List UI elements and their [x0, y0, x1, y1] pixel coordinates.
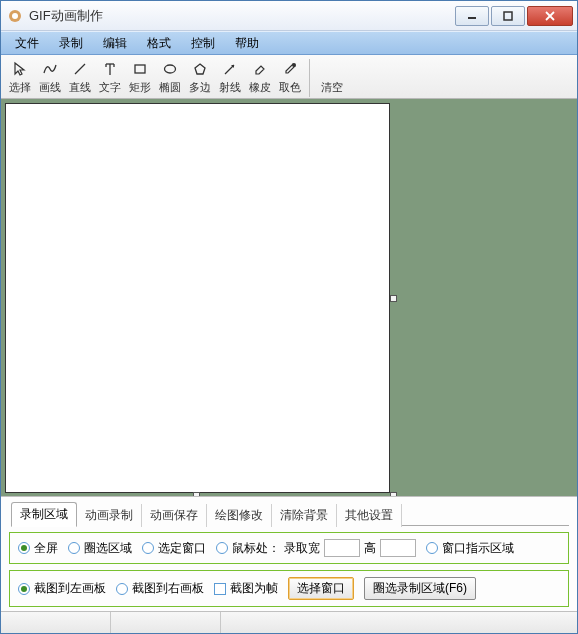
tool-text[interactable]: 文字 [95, 57, 125, 98]
tab-clear-bg[interactable]: 清除背景 [272, 504, 337, 527]
radio-select-window[interactable]: 选定窗口 [142, 540, 206, 557]
svg-line-6 [75, 64, 85, 74]
check-as-frame[interactable]: 截图为帧 [214, 580, 278, 597]
radio-icon [68, 542, 80, 554]
toolbar-separator [309, 59, 310, 97]
canvas[interactable] [5, 103, 390, 493]
svg-marker-13 [195, 64, 205, 74]
menu-record[interactable]: 录制 [49, 33, 93, 54]
status-pane-3 [221, 612, 577, 633]
status-pane-1 [1, 612, 111, 633]
tool-polygon[interactable]: 多边 [185, 57, 215, 98]
radio-icon [142, 542, 154, 554]
width-input[interactable] [324, 539, 360, 557]
svg-point-1 [12, 13, 18, 19]
svg-point-16 [292, 63, 296, 67]
bottom-panel: 录制区域 动画录制 动画保存 绘图修改 清除背景 其他设置 全屏 圈选区域 选定… [1, 496, 577, 611]
canvas-area[interactable] [1, 99, 577, 496]
menu-file[interactable]: 文件 [5, 33, 49, 54]
titlebar: GIF动画制作 [1, 1, 577, 31]
tool-curve[interactable]: 画线 [35, 57, 65, 98]
toolbar: 选择 画线 直线 文字 矩形 椭圆 多边 射线 [1, 55, 577, 99]
radio-icon [216, 542, 228, 554]
maximize-icon [503, 11, 513, 21]
menu-format[interactable]: 格式 [137, 33, 181, 54]
tab-record-area[interactable]: 录制区域 [11, 502, 77, 527]
radio-to-right[interactable]: 截图到右画板 [116, 580, 204, 597]
tool-ray[interactable]: 射线 [215, 57, 245, 98]
maximize-button[interactable] [491, 6, 525, 26]
clear-icon [322, 59, 342, 79]
tool-dropper[interactable]: 取色 [275, 57, 305, 98]
resize-handle-bottom[interactable] [193, 492, 200, 496]
capture-target-group: 截图到左画板 截图到右画板 截图为帧 选择窗口 圈选录制区域(F6) [9, 570, 569, 607]
area-mode-group: 全屏 圈选区域 选定窗口 鼠标处： 录取宽 高 窗口指示区域 [9, 532, 569, 564]
radio-icon [18, 583, 30, 595]
radio-fullscreen[interactable]: 全屏 [18, 540, 58, 557]
window-title: GIF动画制作 [29, 7, 455, 25]
tool-line[interactable]: 直线 [65, 57, 95, 98]
select-window-button[interactable]: 选择窗口 [288, 577, 354, 600]
rect-icon [130, 59, 150, 79]
dropper-icon [280, 59, 300, 79]
window-controls [455, 6, 577, 26]
polygon-icon [190, 59, 210, 79]
tool-rect[interactable]: 矩形 [125, 57, 155, 98]
radio-icon [426, 542, 438, 554]
minimize-button[interactable] [455, 6, 489, 26]
tool-ellipse[interactable]: 椭圆 [155, 57, 185, 98]
tab-draw-edit[interactable]: 绘图修改 [207, 504, 272, 527]
app-window: GIF动画制作 文件 录制 编辑 格式 控制 帮助 选择 画线 [0, 0, 578, 634]
tab-anim-record[interactable]: 动画录制 [77, 504, 142, 527]
menu-help[interactable]: 帮助 [225, 33, 269, 54]
close-icon [544, 11, 556, 21]
minimize-icon [467, 11, 477, 21]
tool-eraser[interactable]: 橡皮 [245, 57, 275, 98]
tab-other[interactable]: 其他设置 [337, 504, 402, 527]
tabs: 录制区域 动画录制 动画保存 绘图修改 清除背景 其他设置 [9, 501, 569, 526]
tool-select[interactable]: 选择 [5, 57, 35, 98]
eraser-icon [250, 59, 270, 79]
ellipse-icon [160, 59, 180, 79]
radio-select-area[interactable]: 圈选区域 [68, 540, 132, 557]
height-input[interactable] [380, 539, 416, 557]
ray-icon [220, 59, 240, 79]
svg-rect-3 [504, 12, 512, 20]
tool-clear[interactable]: 清空 [314, 57, 350, 98]
text-icon [100, 59, 120, 79]
curve-icon [40, 59, 60, 79]
status-pane-2 [111, 612, 221, 633]
radio-icon [18, 542, 30, 554]
tab-anim-save[interactable]: 动画保存 [142, 504, 207, 527]
circle-record-button[interactable]: 圈选录制区域(F6) [364, 577, 476, 600]
close-button[interactable] [527, 6, 573, 26]
app-icon [7, 8, 23, 24]
svg-rect-11 [135, 65, 145, 73]
resize-handle-corner[interactable] [390, 492, 397, 496]
radio-window-hint[interactable]: 窗口指示区域 [426, 540, 514, 557]
svg-point-12 [165, 65, 176, 73]
radio-to-left[interactable]: 截图到左画板 [18, 580, 106, 597]
radio-icon [116, 583, 128, 595]
menubar: 文件 录制 编辑 格式 控制 帮助 [1, 31, 577, 55]
menu-edit[interactable]: 编辑 [93, 33, 137, 54]
line-icon [70, 59, 90, 79]
radio-mouse-pos[interactable]: 鼠标处： 录取宽 高 [216, 539, 416, 557]
cursor-icon [10, 59, 30, 79]
menu-control[interactable]: 控制 [181, 33, 225, 54]
resize-handle-right[interactable] [390, 295, 397, 302]
checkbox-icon [214, 583, 226, 595]
statusbar [1, 611, 577, 633]
